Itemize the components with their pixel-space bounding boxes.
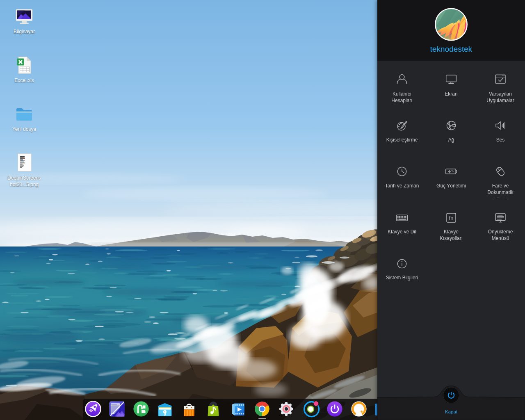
svg-text:fn: fn (449, 215, 454, 221)
